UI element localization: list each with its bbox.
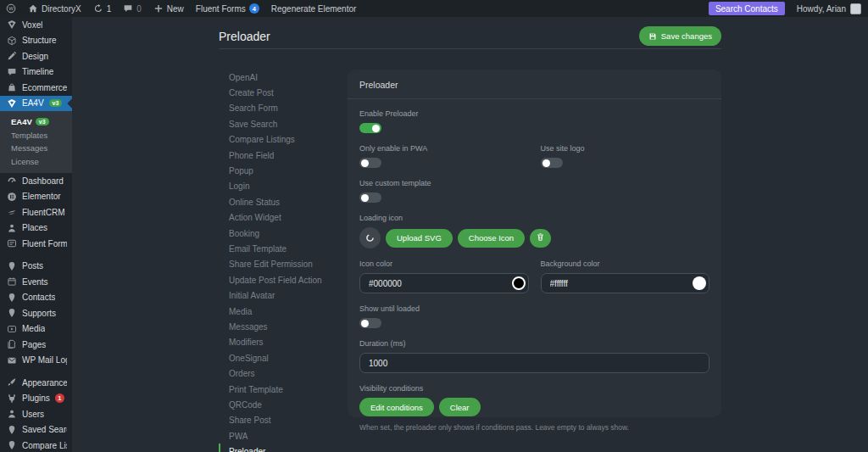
sidebar-item[interactable]: Users: [0, 406, 72, 422]
settings-nav-item-label: Create Post: [229, 88, 274, 98]
settings-nav-item[interactable]: Modifiers: [219, 335, 348, 350]
settings-nav-item[interactable]: Search Form: [219, 101, 348, 116]
sidebar-item[interactable]: Saved Searches: [0, 422, 72, 438]
sidebar-item[interactable]: Structure: [0, 33, 72, 49]
regenerate-elementor-menu[interactable]: Regenerate Elementor: [265, 0, 363, 17]
sidebar-item[interactable]: Fluent Forms: [0, 236, 72, 252]
sidebar-separator: [0, 252, 72, 259]
edit-conditions-button[interactable]: Edit conditions: [359, 398, 434, 416]
settings-nav-item[interactable]: Initial Avatar: [219, 287, 348, 303]
admin-bar-right: Search Contacts Howdy, Arian: [709, 0, 868, 17]
sidebar-item[interactable]: Posts: [0, 259, 72, 275]
fluent-forms-icon: [7, 238, 17, 248]
use-site-logo-toggle[interactable]: [541, 158, 563, 168]
submenu-item[interactable]: License: [0, 155, 72, 169]
updates-menu[interactable]: 1: [87, 0, 118, 17]
settings-nav-item[interactable]: Booking: [219, 226, 348, 241]
settings-nav-item[interactable]: Action Widget: [219, 210, 348, 226]
settings-nav-item[interactable]: OneSignal: [219, 350, 348, 366]
sidebar-item[interactable]: Supports: [0, 305, 72, 321]
icon-color-input[interactable]: [359, 273, 529, 293]
submenu-item[interactable]: Messages: [0, 142, 72, 155]
sidebar-item[interactable]: Contacts: [0, 290, 72, 306]
sidebar-item[interactable]: Media: [0, 321, 72, 338]
sidebar-item[interactable]: Pages: [0, 337, 72, 353]
admin-bar-left: W DirectoryX 1 0 New Fluent Forms 4: [0, 0, 362, 17]
sidebar-item[interactable]: Voxel: [0, 17, 72, 33]
settings-nav-item[interactable]: Online Status: [219, 194, 348, 209]
background-color-swatch[interactable]: [693, 276, 706, 290]
account-menu[interactable]: Howdy, Arian: [790, 3, 868, 14]
settings-nav-item[interactable]: Messages: [219, 319, 348, 334]
sidebar-item[interactable]: Dashboard: [0, 173, 72, 189]
wordpress-menu[interactable]: W: [0, 0, 22, 17]
admin-bar: W DirectoryX 1 0 New Fluent Forms 4: [0, 0, 868, 17]
sidebar-separator: [0, 368, 72, 375]
field-icon-color: Icon color: [359, 259, 529, 293]
upload-svg-button[interactable]: Upload SVG: [386, 229, 453, 248]
settings-nav-item[interactable]: Save Search: [219, 116, 348, 131]
field-background-color: Background color: [541, 259, 710, 293]
only-enable-pwa-toggle[interactable]: [359, 158, 381, 168]
use-custom-template-label: Use custom template: [359, 179, 709, 187]
sidebar-item[interactable]: EA4V v3: [0, 96, 72, 112]
settings-nav-item-label: Login: [229, 181, 249, 191]
comments-menu[interactable]: 0: [117, 0, 147, 17]
search-contacts-button[interactable]: Search Contacts: [709, 2, 785, 15]
clear-conditions-button[interactable]: Clear: [439, 398, 481, 416]
settings-nav-item[interactable]: Email Template: [219, 241, 348, 256]
enable-preloader-toggle[interactable]: [359, 123, 381, 133]
choose-icon-button[interactable]: Choose Icon: [458, 229, 525, 248]
card-divider: [348, 98, 721, 99]
pin-icon: [7, 440, 17, 450]
settings-nav-item-label: Popup: [229, 166, 253, 176]
sidebar-item[interactable]: Timeline: [0, 64, 72, 81]
sidebar-item[interactable]: Design: [0, 48, 72, 64]
field-show-until-loaded: Show until loaded: [359, 304, 709, 328]
settings-nav-item[interactable]: Share Post: [219, 413, 348, 428]
settings-nav-item[interactable]: Print Template: [219, 382, 348, 397]
sidebar-item-label: Ecommerce: [22, 83, 67, 92]
submenu-item[interactable]: Templates: [0, 129, 72, 142]
use-custom-template-toggle[interactable]: [359, 193, 381, 203]
save-changes-button[interactable]: Save changes: [639, 26, 721, 46]
events-icon: [7, 276, 17, 287]
settings-nav-item-label: PWA: [229, 432, 248, 441]
duration-input[interactable]: [359, 353, 709, 373]
delete-icon-button[interactable]: [530, 229, 551, 248]
sidebar-item[interactable]: WP Mail Log: [0, 353, 72, 369]
settings-nav-item[interactable]: Create Post: [219, 85, 348, 100]
settings-nav-item[interactable]: Share Edit Permission: [219, 257, 348, 272]
sidebar-item[interactable]: Places: [0, 220, 72, 237]
new-content-menu[interactable]: New: [147, 0, 190, 17]
settings-nav-item[interactable]: Media: [219, 304, 348, 319]
show-until-loaded-toggle[interactable]: [359, 318, 381, 328]
submenu-item-label: Messages: [11, 143, 47, 153]
spinner-icon: [365, 231, 375, 246]
site-menu[interactable]: DirectoryX: [22, 0, 87, 17]
settings-nav-item[interactable]: Orders: [219, 366, 348, 381]
loading-icon-preview: [359, 227, 381, 248]
settings-nav-item[interactable]: QRCode: [219, 397, 348, 412]
sidebar-item[interactable]: Appearance: [0, 375, 72, 391]
sidebar-item[interactable]: FluentCRM: [0, 204, 72, 220]
settings-nav-item[interactable]: Phone Field: [219, 148, 348, 163]
field-enable-preloader: Enable Preloader: [359, 109, 709, 133]
sidebar-item[interactable]: Elementor: [0, 189, 72, 205]
settings-nav-item[interactable]: Update Post Field Action: [219, 272, 348, 287]
places-icon: [7, 223, 17, 233]
sidebar-item[interactable]: Ecommerce: [0, 80, 72, 96]
settings-nav-item[interactable]: OpenAI: [219, 70, 348, 85]
sidebar-item[interactable]: Events: [0, 274, 72, 290]
submenu-item[interactable]: EA4V v3: [0, 115, 72, 129]
icon-color-swatch[interactable]: [512, 276, 526, 290]
settings-nav-item[interactable]: Compare Listings: [219, 132, 348, 148]
settings-nav-item[interactable]: Login: [219, 179, 348, 194]
background-color-input[interactable]: [541, 273, 710, 293]
settings-nav-item[interactable]: PWA: [219, 428, 348, 444]
settings-nav-item[interactable]: Popup: [219, 163, 348, 178]
sidebar-item[interactable]: Plugins 1: [0, 391, 72, 407]
fluent-forms-menu[interactable]: Fluent Forms 4: [190, 0, 265, 17]
settings-nav-item[interactable]: Preloader: [219, 444, 348, 452]
sidebar-item[interactable]: Compare Listings: [0, 438, 72, 452]
